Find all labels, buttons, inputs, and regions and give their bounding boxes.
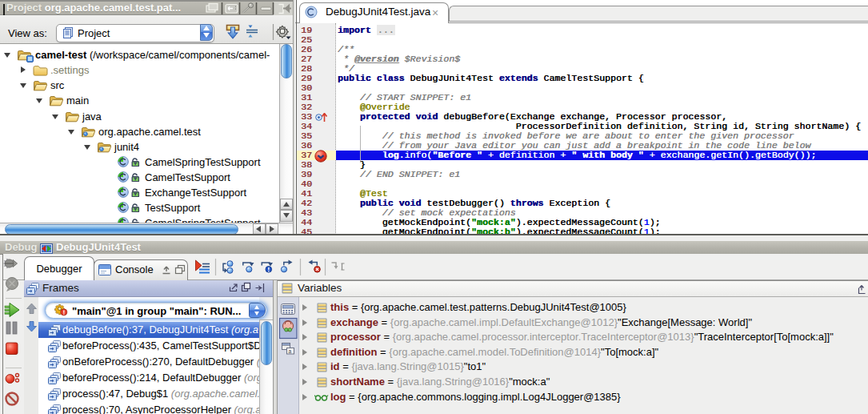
svg-text:a: a [289,348,292,354]
